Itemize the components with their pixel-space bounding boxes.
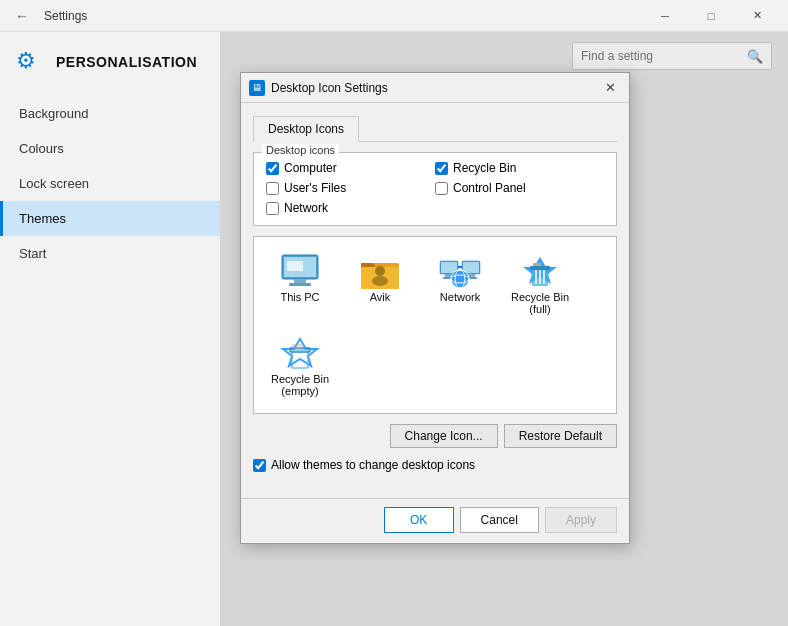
dialog-icon: 🖥 — [249, 80, 265, 96]
svg-point-9 — [372, 276, 388, 286]
dialog-footer: OK Cancel Apply — [241, 498, 629, 543]
sidebar-item-colours[interactable]: Colours — [0, 131, 220, 166]
svg-rect-4 — [287, 261, 303, 271]
restore-default-button[interactable]: Restore Default — [504, 424, 617, 448]
close-button[interactable]: ✕ — [734, 0, 780, 32]
icon-network-label: Network — [440, 291, 480, 303]
cancel-button[interactable]: Cancel — [460, 507, 539, 533]
svg-rect-29 — [533, 263, 541, 266]
icon-buttons-row: Change Icon... Restore Default — [253, 424, 617, 448]
sidebar: ⚙ PERSONALISATION Background Colours Loc… — [0, 32, 220, 626]
recycle-empty-icon — [279, 335, 321, 373]
icon-this-pc[interactable]: This PC — [264, 247, 336, 321]
desktop-icon-settings-dialog: 🖥 Desktop Icon Settings ✕ Desktop Icons … — [240, 72, 630, 544]
svg-rect-2 — [294, 279, 306, 283]
sidebar-item-themes[interactable]: Themes — [0, 201, 220, 236]
content-area: 🔍 🖥 Desktop Icon Settings ✕ Desktop Icon… — [220, 32, 788, 626]
sidebar-title: PERSONALISATION — [56, 54, 197, 70]
checkbox-col-right: Recycle Bin Control Panel — [435, 161, 604, 215]
apply-button[interactable]: Apply — [545, 507, 617, 533]
checkbox-recycle-bin[interactable]: Recycle Bin — [435, 161, 604, 175]
tab-strip: Desktop Icons — [253, 115, 617, 142]
group-label: Desktop icons — [262, 144, 339, 156]
sidebar-item-start[interactable]: Start — [0, 236, 220, 271]
folder-icon — [359, 253, 401, 291]
icon-network[interactable]: Network — [424, 247, 496, 321]
dialog-titlebar: 🖥 Desktop Icon Settings ✕ — [241, 73, 629, 103]
checkbox-col-left: Computer User's Files Network — [266, 161, 435, 215]
icon-recycle-full[interactable]: Recycle Bin (full) — [504, 247, 576, 321]
icon-avik[interactable]: Avik — [344, 247, 416, 321]
back-button[interactable]: ← — [8, 2, 36, 30]
checkbox-network[interactable]: Network — [266, 201, 435, 215]
checkbox-users-files[interactable]: User's Files — [266, 181, 435, 195]
sidebar-header: ⚙ PERSONALISATION — [0, 32, 220, 96]
checkbox-computer[interactable]: Computer — [266, 161, 435, 175]
dialog-title: Desktop Icon Settings — [271, 81, 599, 95]
allow-themes-checkbox[interactable]: Allow themes to change desktop icons — [253, 458, 617, 472]
tab-desktop-icons[interactable]: Desktop Icons — [253, 116, 359, 142]
dialog-content: Desktop Icons Desktop icons Computer — [241, 103, 629, 498]
app-body: ⚙ PERSONALISATION Background Colours Loc… — [0, 32, 788, 626]
icon-recycle-full-label: Recycle Bin (full) — [510, 291, 570, 315]
sidebar-item-lock-screen[interactable]: Lock screen — [0, 166, 220, 201]
recycle-full-icon — [519, 253, 561, 291]
maximize-button[interactable]: □ — [688, 0, 734, 32]
title-bar: ← Settings ─ □ ✕ — [0, 0, 788, 32]
icon-recycle-empty[interactable]: Recycle Bin (empty) — [264, 329, 336, 403]
svg-point-8 — [375, 266, 385, 276]
ok-button[interactable]: OK — [384, 507, 454, 533]
sidebar-item-background[interactable]: Background — [0, 96, 220, 131]
minimize-button[interactable]: ─ — [642, 0, 688, 32]
icon-avik-label: Avik — [370, 291, 391, 303]
svg-rect-7 — [361, 263, 373, 267]
change-icon-button[interactable]: Change Icon... — [390, 424, 498, 448]
network-icon — [439, 253, 481, 291]
app-title: Settings — [44, 9, 642, 23]
svg-rect-3 — [289, 283, 311, 286]
svg-rect-33 — [293, 345, 301, 348]
pc-icon — [279, 253, 321, 291]
personalisation-icon: ⚙ — [16, 48, 44, 76]
svg-rect-25 — [530, 266, 550, 270]
window-controls: ─ □ ✕ — [642, 0, 780, 32]
dialog-close-button[interactable]: ✕ — [599, 77, 621, 99]
desktop-icons-group: Desktop icons Computer User's Files — [253, 152, 617, 226]
icon-this-pc-label: This PC — [280, 291, 319, 303]
checkbox-control-panel[interactable]: Control Panel — [435, 181, 604, 195]
icons-grid: This PC Avik — [253, 236, 617, 414]
icon-recycle-empty-label: Recycle Bin (empty) — [270, 373, 330, 397]
